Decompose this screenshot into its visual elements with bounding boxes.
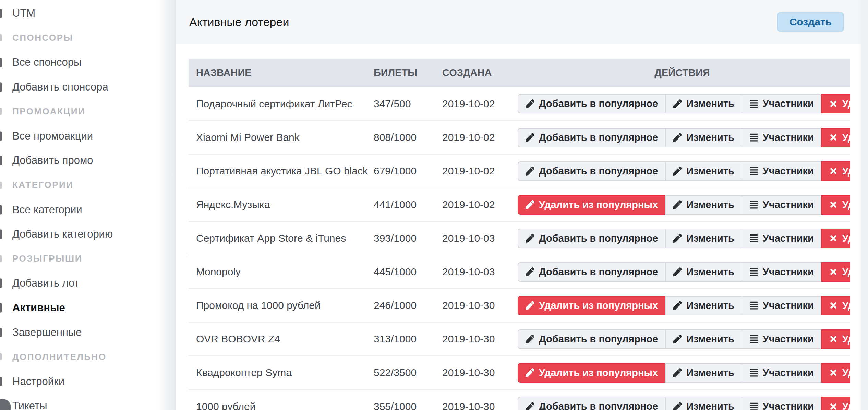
cut-off-icon xyxy=(0,131,2,141)
toggle-popular-button[interactable]: Добавить в популярное xyxy=(518,229,666,248)
sidebar-item[interactable]: Активные xyxy=(0,296,158,320)
pencil-icon xyxy=(673,99,682,108)
toggle-popular-button[interactable]: Добавить в популярное xyxy=(518,128,666,147)
pencil-icon xyxy=(673,335,682,343)
sidebar-item[interactable]: UTM xyxy=(0,1,158,26)
delete-button[interactable]: Удалить xyxy=(821,94,850,113)
delete-button[interactable]: Удалить xyxy=(821,363,850,383)
sidebar-item[interactable]: Добавить категорию xyxy=(0,222,158,246)
participants-button[interactable]: Участники xyxy=(742,161,822,181)
created-date: 2019-10-03 xyxy=(442,221,514,255)
actions-button-group: Добавить в популярное Изменить Участники… xyxy=(518,329,850,349)
toggle-popular-button[interactable]: Добавить в популярное xyxy=(518,397,666,410)
edit-button[interactable]: Изменить xyxy=(665,195,742,215)
edit-button[interactable]: Изменить xyxy=(665,94,742,113)
toggle-popular-button[interactable]: Добавить в популярное xyxy=(518,329,666,349)
list-icon xyxy=(749,402,758,410)
actions-button-group: Добавить в популярное Изменить Участники… xyxy=(518,161,850,181)
participants-button[interactable]: Участники xyxy=(742,262,822,282)
x-icon xyxy=(829,200,838,209)
participants-button[interactable]: Участники xyxy=(742,128,822,147)
edit-button[interactable]: Изменить xyxy=(665,161,742,181)
delete-button[interactable]: Удалить xyxy=(821,329,850,349)
cut-off-icon xyxy=(0,230,2,239)
edit-button[interactable]: Изменить xyxy=(665,329,742,349)
created-date: 2019-10-30 xyxy=(442,356,514,389)
table-row: Квадрокоптер Syma 522/3500 2019-10-30 Уд… xyxy=(189,356,850,389)
created-date: 2019-10-02 xyxy=(442,188,514,221)
x-icon xyxy=(829,99,838,108)
participants-button[interactable]: Участники xyxy=(742,195,822,215)
sidebar-item[interactable]: Все промоакции xyxy=(0,124,158,148)
delete-button[interactable]: Удалить xyxy=(821,296,850,315)
tickets-count: 347/500 xyxy=(374,87,442,121)
edit-button[interactable]: Изменить xyxy=(665,397,742,410)
toggle-popular-button[interactable]: Удалить из популярных xyxy=(518,296,666,315)
edit-button[interactable]: Изменить xyxy=(665,229,742,248)
table-row: Яндекс.Музыка 441/1000 2019-10-02 Удалит… xyxy=(189,188,850,221)
participants-button[interactable]: Участники xyxy=(742,296,822,315)
edit-button[interactable]: Изменить xyxy=(665,262,742,282)
delete-button[interactable]: Удалить xyxy=(821,128,850,147)
sidebar-scrollbar[interactable] xyxy=(158,0,176,410)
lottery-name: Сертификат App Store & iTunes xyxy=(189,221,374,255)
tickets-count: 808/1000 xyxy=(374,121,442,154)
list-icon xyxy=(749,234,758,243)
sidebar-item[interactable]: Добавить лот xyxy=(0,271,158,296)
pencil-icon xyxy=(526,200,534,209)
sidebar-item[interactable]: Добавить промо xyxy=(0,148,158,173)
sidebar-item[interactable]: Завершенные xyxy=(0,320,158,345)
table-row: Подарочный сертификат ЛитРес 347/500 201… xyxy=(189,87,850,121)
sidebar-item[interactable]: Тикеты xyxy=(0,394,158,410)
tickets-count: 246/1000 xyxy=(374,289,442,322)
table-row: Промокод на 1000 рублей 246/1000 2019-10… xyxy=(189,289,850,322)
created-date: 2019-10-02 xyxy=(442,121,514,154)
toggle-popular-button[interactable]: Удалить из популярных xyxy=(518,195,666,215)
tickets-count: 393/1000 xyxy=(374,221,442,255)
tickets-count: 445/1000 xyxy=(374,255,442,289)
participants-button[interactable]: Участники xyxy=(742,363,822,383)
actions-button-group: Добавить в популярное Изменить Участники… xyxy=(518,397,850,410)
sidebar-section-title: ДОПОЛНИТЕЛЬНО xyxy=(0,345,158,369)
delete-button[interactable]: Удалить xyxy=(821,195,850,215)
sidebar-item[interactable]: Все категории xyxy=(0,197,158,222)
sidebar-section-title: СПОНСОРЫ xyxy=(0,26,158,50)
cut-off-icon xyxy=(0,303,2,312)
edit-button[interactable]: Изменить xyxy=(665,128,742,147)
participants-button[interactable]: Участники xyxy=(742,229,822,248)
cut-off-icon xyxy=(0,108,2,115)
delete-button[interactable]: Удалить xyxy=(821,262,850,282)
list-icon xyxy=(749,267,758,276)
toggle-popular-button[interactable]: Добавить в популярное xyxy=(518,94,666,113)
sidebar-item[interactable]: Настройки xyxy=(0,369,158,394)
actions-button-group: Удалить из популярных Изменить Участники… xyxy=(518,195,850,215)
page-scrollbar[interactable] xyxy=(861,0,868,410)
sidebar-item[interactable]: Все спонсоры xyxy=(0,50,158,75)
lottery-name: 1000 рублей xyxy=(189,389,374,410)
list-icon xyxy=(749,99,758,108)
lotteries-table-wrap: НАЗВАНИЕ БИЛЕТЫ СОЗДАНА ДЕЙСТВИЯ Подароч… xyxy=(189,59,850,410)
toggle-popular-button[interactable]: Удалить из популярных xyxy=(518,363,666,383)
lottery-name: Портативная акустика JBL GO black xyxy=(189,154,374,188)
participants-button[interactable]: Участники xyxy=(742,94,822,113)
toggle-popular-button[interactable]: Добавить в популярное xyxy=(518,262,666,282)
create-button[interactable]: Создать xyxy=(777,12,844,32)
main-content: Активные лотереи Создать НАЗВАНИЕ БИЛЕТЫ… xyxy=(176,0,868,410)
cut-off-icon xyxy=(0,377,2,386)
participants-button[interactable]: Участники xyxy=(742,329,822,349)
x-icon xyxy=(829,368,838,377)
cut-off-icon xyxy=(0,279,2,288)
participants-button[interactable]: Участники xyxy=(742,397,822,410)
toggle-popular-button[interactable]: Добавить в популярное xyxy=(518,161,666,181)
edit-button[interactable]: Изменить xyxy=(665,363,742,383)
column-header-name: НАЗВАНИЕ xyxy=(189,59,374,87)
table-row: Портативная акустика JBL GO black 679/10… xyxy=(189,154,850,188)
edit-button[interactable]: Изменить xyxy=(665,296,742,315)
cut-off-icon xyxy=(0,58,2,67)
delete-button[interactable]: Удалить xyxy=(821,229,850,248)
x-icon xyxy=(829,402,838,410)
delete-button[interactable]: Удалить xyxy=(821,397,850,410)
sidebar-item[interactable]: Добавить спонсора xyxy=(0,75,158,99)
delete-button[interactable]: Удалить xyxy=(821,161,850,181)
created-date: 2019-10-03 xyxy=(442,255,514,289)
